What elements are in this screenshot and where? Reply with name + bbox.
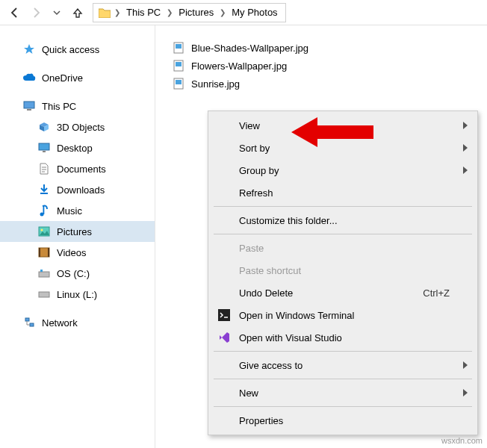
pictures-icon [37, 225, 51, 238]
svg-rect-6 [43, 206, 45, 214]
sidebar-item-label: Quick access [42, 44, 99, 55]
breadcrumb-part[interactable]: My Photos [229, 5, 280, 19]
sidebar-item-downloads[interactable]: Downloads [0, 179, 155, 200]
sidebar-item-label: Videos [57, 247, 87, 258]
menu-refresh[interactable]: Refresh [209, 181, 477, 204]
svg-rect-22 [176, 80, 182, 84]
file-name: Flowers-Wallpaper.jpg [191, 60, 287, 72]
recent-dropdown[interactable] [46, 2, 67, 23]
address-bar[interactable]: ❯ This PC ❯ Pictures ❯ My Photos [93, 3, 286, 22]
folder-icon [98, 6, 111, 19]
menu-group-by[interactable]: Group by [209, 159, 477, 181]
desktop-icon [37, 141, 51, 155]
svg-rect-2 [39, 143, 49, 150]
menu-label: Sort by [239, 143, 270, 154]
drive-icon [37, 267, 51, 280]
sidebar-item-label: Pictures [57, 226, 92, 237]
svg-rect-14 [39, 292, 49, 297]
sidebar-item-onedrive[interactable]: OneDrive [0, 67, 155, 88]
svg-rect-15 [25, 318, 29, 321]
drive-icon [37, 287, 51, 301]
sidebar-item-documents[interactable]: Documents [0, 158, 155, 179]
sidebar-item-label: Network [42, 317, 78, 329]
svg-marker-24 [291, 117, 373, 147]
svg-rect-0 [24, 102, 34, 108]
sidebar-item-drive-l[interactable]: Linux (L:) [0, 284, 155, 305]
sidebar-item-label: Music [57, 205, 82, 217]
menu-undo-delete[interactable]: Undo Delete Ctrl+Z [209, 281, 477, 304]
menu-label: Undo Delete [239, 287, 293, 299]
visual-studio-icon [217, 330, 232, 345]
breadcrumb-part[interactable]: Pictures [176, 5, 217, 19]
svg-point-8 [41, 229, 43, 231]
menu-label: Paste shortcut [239, 265, 301, 276]
sidebar-item-label: OS (C:) [57, 268, 90, 279]
svg-rect-4 [40, 193, 48, 194]
chevron-right-icon: ❯ [167, 8, 173, 16]
menu-open-visual-studio[interactable]: Open with Visual Studio [209, 326, 477, 349]
network-icon [22, 316, 36, 329]
sidebar-item-desktop[interactable]: Desktop [0, 137, 155, 158]
menu-separator [214, 351, 472, 352]
image-file-icon [172, 41, 185, 55]
svg-rect-20 [176, 62, 182, 66]
breadcrumb-part[interactable]: This PC [123, 5, 164, 19]
menu-open-windows-terminal[interactable]: Open in Windows Terminal [209, 304, 477, 326]
video-icon [37, 246, 51, 259]
sidebar-item-network[interactable]: Network [0, 312, 155, 333]
context-menu: View Sort by Group by Refresh Customize … [208, 111, 478, 435]
sidebar-item-this-pc[interactable]: This PC [0, 96, 155, 116]
sidebar-item-music[interactable]: Music [0, 200, 155, 221]
sidebar-item-label: 3D Objects [57, 122, 105, 133]
back-button[interactable] [4, 2, 25, 23]
svg-rect-13 [40, 270, 43, 272]
menu-separator [214, 406, 472, 407]
file-name: Sunrise.jpg [191, 78, 240, 90]
file-item[interactable]: Sunrise.jpg [172, 75, 487, 93]
document-icon [37, 162, 51, 175]
sidebar-item-label: Linux (L:) [57, 289, 97, 300]
menu-properties[interactable]: Properties [209, 409, 477, 432]
svg-rect-18 [176, 44, 182, 49]
cube-icon [37, 120, 51, 134]
menu-separator [214, 379, 472, 379]
menu-separator [214, 234, 472, 234]
menu-label: Refresh [239, 187, 273, 199]
sidebar-item-label: Downloads [57, 184, 105, 196]
menu-label: Group by [239, 165, 279, 176]
sidebar-item-quick-access[interactable]: Quick access [0, 39, 155, 60]
menu-label: Open in Windows Terminal [239, 310, 354, 321]
menu-give-access-to[interactable]: Give access to [209, 354, 477, 376]
music-icon [37, 204, 51, 217]
menu-label: View [239, 120, 260, 131]
svg-rect-3 [43, 151, 46, 152]
sidebar-item-drive-c[interactable]: OS (C:) [0, 263, 155, 284]
navigation-sidebar: Quick access OneDrive This PC 3D Objects… [0, 25, 155, 448]
chevron-right-icon: ❯ [114, 8, 120, 16]
svg-rect-16 [30, 323, 34, 326]
sidebar-item-label: This PC [42, 101, 76, 112]
menu-new[interactable]: New [209, 382, 477, 404]
svg-rect-1 [27, 109, 31, 111]
chevron-right-icon: ❯ [220, 8, 226, 16]
watermark: wsxdn.com [441, 436, 483, 445]
file-item[interactable]: Flowers-Wallpaper.jpg [172, 57, 487, 75]
terminal-icon [217, 308, 232, 323]
sidebar-item-label: OneDrive [42, 72, 83, 84]
menu-separator [214, 206, 472, 207]
menu-label: Customize this folder... [239, 215, 338, 226]
file-item[interactable]: Blue-Shades-Wallpaper.jpg [172, 39, 487, 57]
menu-label: Properties [239, 415, 283, 426]
menu-paste-shortcut: Paste shortcut [209, 259, 477, 281]
download-icon [37, 183, 51, 196]
image-file-icon [172, 59, 185, 72]
menu-customize-folder[interactable]: Customize this folder... [209, 209, 477, 231]
svg-rect-11 [48, 248, 49, 257]
up-button[interactable] [67, 2, 88, 23]
menu-paste: Paste [209, 237, 477, 259]
sidebar-item-videos[interactable]: Videos [0, 242, 155, 263]
forward-button[interactable] [25, 2, 46, 23]
annotation-arrow [291, 113, 373, 151]
sidebar-item-3d-objects[interactable]: 3D Objects [0, 116, 155, 137]
sidebar-item-pictures[interactable]: Pictures [0, 221, 155, 242]
